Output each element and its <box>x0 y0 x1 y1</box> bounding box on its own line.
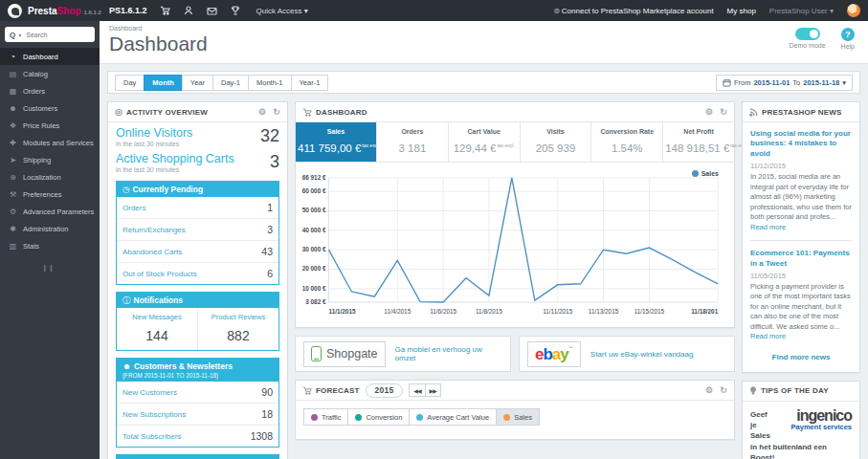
panel-settings-icon[interactable]: ⚙ <box>258 108 266 117</box>
chart-legend[interactable]: Sales <box>692 170 719 177</box>
svg-text:11/8/2015: 11/8/2015 <box>476 308 502 315</box>
sidebar-item-modules[interactable]: ✚Modules and Services <box>0 134 100 151</box>
svg-text:60 000 €: 60 000 € <box>302 187 326 194</box>
sales-dot-icon <box>503 414 510 421</box>
pending-orders-row[interactable]: Orders1 <box>117 197 278 218</box>
shopgate-link[interactable]: Ga mobiel en verhoog uw omzet <box>395 345 502 362</box>
sidebar-item-catalog[interactable]: ▤Catalog <box>0 65 100 82</box>
quick-access-menu[interactable]: Quick Access ▾ <box>256 7 307 15</box>
avg-cart-dot-icon <box>416 414 423 421</box>
kpi-cart-value[interactable]: Cart Value129,44 €tax excl. <box>448 122 520 162</box>
active-carts-value: 3 <box>270 152 279 173</box>
panel-refresh-icon[interactable]: ↻ <box>720 108 727 117</box>
shopgate-logo[interactable]: Shopgate <box>303 341 386 367</box>
sidebar-item-dashboard[interactable]: ◔Dashboard <box>0 48 100 65</box>
forecast-traffic-button[interactable]: Traffic <box>303 408 348 426</box>
panel-refresh-icon[interactable]: ↻ <box>273 108 280 117</box>
filter-day-button[interactable]: Day <box>115 75 145 91</box>
forecast-conversion-button[interactable]: Conversion <box>347 408 410 426</box>
online-visitors-value: 32 <box>260 126 279 147</box>
brand-name: PrestaShop1.6.1.2 <box>28 6 101 16</box>
sidebar-item-orders[interactable]: ▦Orders <box>0 82 100 99</box>
search-input[interactable] <box>24 31 90 39</box>
svg-text:11/6/2015: 11/6/2015 <box>430 308 456 315</box>
sales-legend-label: Sales <box>701 170 719 177</box>
breadcrumb[interactable]: Dashboard <box>109 25 858 32</box>
user-menu[interactable]: PrestaShop User ▾ <box>769 7 834 15</box>
demo-mode-toggle[interactable] <box>795 28 820 40</box>
kpi-sales[interactable]: Sales411 759,00 €tax excl. <box>296 122 376 162</box>
svg-text:11/13/2015: 11/13/2015 <box>589 308 619 315</box>
total-subscribers-row[interactable]: Total Subscribers1308 <box>117 425 278 447</box>
read-more-link[interactable]: Read more <box>750 332 786 340</box>
forecast-sales-button[interactable]: Sales <box>496 408 540 426</box>
sidebar-nav: ◔Dashboard ▤Catalog ▦Orders ☻Customers ❖… <box>0 48 100 254</box>
panel-settings-icon[interactable]: ⚙ <box>705 108 713 117</box>
search-icon: Q <box>10 31 15 39</box>
demo-mode-label: Demo mode <box>789 42 825 49</box>
new-subscriptions-row[interactable]: New Subscriptions18 <box>117 403 278 425</box>
sidebar-item-administration[interactable]: ✱Administration <box>0 220 100 237</box>
price-rules-icon: ❖ <box>9 121 17 130</box>
sidebar-item-shipping[interactable]: ➤Shipping <box>0 151 100 168</box>
sidebar-item-localization[interactable]: ⊕Localization <box>0 168 100 186</box>
search-scope-caret-icon[interactable]: ▾ <box>18 32 21 38</box>
kpi-orders[interactable]: Orders3 181 <box>376 122 448 162</box>
forecast-next-button[interactable]: ▶▶ <box>425 383 441 397</box>
shipping-icon: ➤ <box>9 156 17 164</box>
online-visitors-metric[interactable]: Online Visitorsin the last 30 minutes 32 <box>108 122 287 148</box>
kpi-net-profit[interactable]: Net Profit148 918,51 €tax excl. <box>662 122 734 162</box>
cart-icon[interactable] <box>160 6 170 15</box>
user-avatar[interactable] <box>847 4 860 17</box>
filter-day-1-button[interactable]: Day-1 <box>212 75 249 91</box>
ebay-link[interactable]: Start uw eBay-winkel vandaag <box>590 350 694 359</box>
sidebar-item-preferences[interactable]: ⚒Preferences <box>0 186 100 203</box>
collapse-sidebar-icon[interactable]: ❙❙ <box>42 264 100 272</box>
kpi-conversion-rate[interactable]: Conversion Rate1.54% <box>590 122 662 162</box>
forecast-avg-cart-button[interactable]: Average Cart Value <box>409 408 497 426</box>
article-title[interactable]: Ecommerce 101: Payments in a Tweet <box>750 249 852 269</box>
sidebar-item-stats[interactable]: ▥Stats <box>0 237 100 254</box>
mail-icon[interactable] <box>207 7 217 15</box>
filter-month-1-button[interactable]: Month-1 <box>248 75 292 91</box>
ebay-logo[interactable]: ebay™ <box>527 341 581 367</box>
sidebar-item-customers[interactable]: ☻Customers <box>0 99 100 117</box>
person-icon: ☻ <box>122 361 131 371</box>
demo-mode-control: Demo mode <box>789 28 825 50</box>
cart-icon <box>302 386 312 395</box>
panel-refresh-icon[interactable]: ↻ <box>720 386 727 395</box>
article-title[interactable]: Using social media for your business: 4 … <box>750 129 852 159</box>
new-messages-cell[interactable]: New Messages144 <box>117 308 197 350</box>
forecast-prev-button[interactable]: ◀◀ <box>409 383 425 397</box>
kpi-visits[interactable]: Visits205 939 <box>520 122 591 162</box>
svg-text:40 000 €: 40 000 € <box>302 227 326 233</box>
help-icon[interactable]: ? <box>841 28 855 41</box>
user-icon[interactable] <box>184 6 193 15</box>
date-range-picker[interactable]: From2015-11-01 To2015-11-18 ▾ <box>716 75 853 91</box>
sidebar-item-advanced-parameters[interactable]: ⚙Advanced Parameters <box>0 203 100 220</box>
sidebar-search[interactable]: Q ▾ <box>5 27 95 42</box>
read-more-link[interactable]: Read more <box>750 223 786 231</box>
pending-returns-row[interactable]: Return/Exchanges3 <box>117 218 278 240</box>
marketplace-link[interactable]: ⊚Connect to PrestaShop Marketplace accou… <box>553 7 713 15</box>
sidebar-item-price-rules[interactable]: ❖Price Rules <box>0 117 100 134</box>
svg-text:3 082 €: 3 082 € <box>305 298 326 305</box>
new-customers-row[interactable]: New Customers90 <box>117 382 278 403</box>
calendar-icon <box>723 78 731 87</box>
find-more-news-link[interactable]: Find more news <box>750 353 852 361</box>
article-date: 11/12/2015 <box>750 162 852 170</box>
my-shop-link[interactable]: My shop <box>727 7 756 15</box>
product-reviews-cell[interactable]: Product Reviews882 <box>197 308 278 350</box>
filter-year-1-button[interactable]: Year-1 <box>291 75 329 91</box>
out-of-stock-row[interactable]: Out of Stock Products6 <box>117 262 278 284</box>
abandoned-carts-row[interactable]: Abandoned Carts43 <box>117 240 278 262</box>
filter-month-button[interactable]: Month <box>144 75 183 91</box>
panel-settings-icon[interactable]: ⚙ <box>705 386 713 395</box>
forecast-panel-title: FORECAST <box>316 386 360 395</box>
filter-year-button[interactable]: Year <box>182 75 213 91</box>
svg-text:66 912 €: 66 912 € <box>302 174 326 181</box>
active-carts-metric[interactable]: Active Shopping Cartsin the last 30 minu… <box>108 148 287 174</box>
trophy-icon[interactable] <box>231 6 240 15</box>
sidebar: Q ▾ ◔Dashboard ▤Catalog ▦Orders ☻Custome… <box>0 21 100 459</box>
article-excerpt: Picking a payment provider is one of the… <box>750 282 851 331</box>
